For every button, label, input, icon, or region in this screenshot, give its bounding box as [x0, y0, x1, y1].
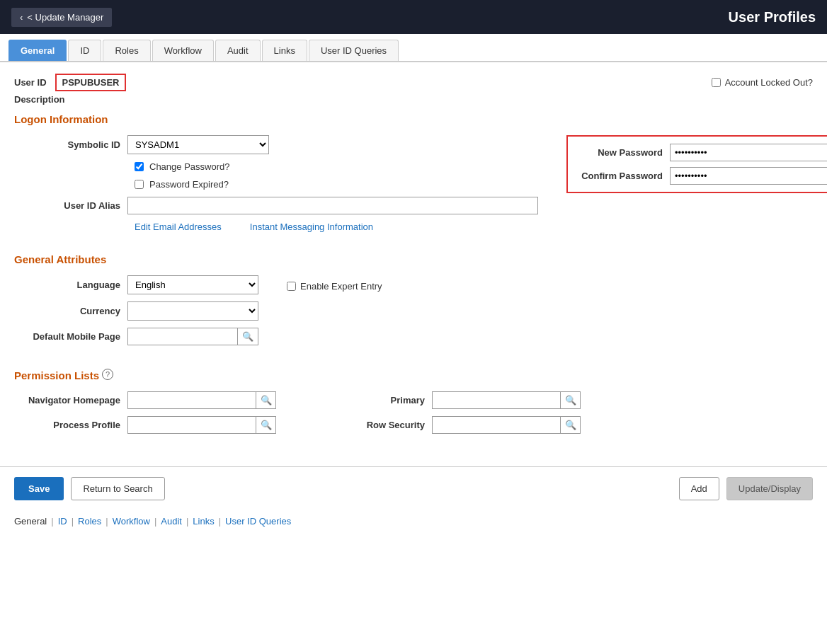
enable-expert-label: Enable Expert Entry [300, 281, 382, 292]
user-id-row: User ID PSPUBUSER Account Locked Out? [14, 74, 813, 91]
save-button[interactable]: Save [14, 477, 64, 500]
change-password-checkbox[interactable] [135, 162, 144, 171]
general-attributes-inner: Language English French Spanish German C… [14, 275, 813, 352]
account-locked-label: Account Locked Out? [725, 77, 813, 88]
tab-general[interactable]: General [8, 40, 67, 61]
process-profile-input[interactable] [128, 417, 256, 433]
user-id-value: PSPUBUSER [55, 74, 127, 91]
currency-label: Currency [14, 306, 127, 316]
navigator-homepage-input[interactable] [128, 392, 256, 408]
change-password-row: Change Password? [14, 161, 538, 172]
return-to-search-button[interactable]: Return to Search [71, 477, 164, 500]
primary-input[interactable] [433, 392, 560, 408]
row-security-search-btn[interactable]: 🔍 [560, 417, 581, 433]
logon-right-col: New Password Confirm Password [566, 135, 827, 239]
account-locked-row: Account Locked Out? [712, 77, 813, 88]
currency-select[interactable] [127, 301, 258, 321]
sep-3: | [105, 516, 108, 527]
row-security-input-wrap: 🔍 [432, 416, 581, 434]
symbolic-id-row: Symbolic ID SYSADM1 [14, 135, 538, 154]
logon-left-col: Symbolic ID SYSADM1 Change Password? Pas… [14, 135, 538, 239]
general-attributes-left: Language English French Spanish German C… [14, 275, 258, 352]
user-id-left: User ID PSPUBUSER [14, 74, 126, 91]
tab-roles[interactable]: Roles [103, 40, 150, 61]
bottom-nav-roles[interactable]: Roles [78, 516, 101, 527]
permission-heading-row: Permission Lists ? [14, 367, 813, 381]
row-security-input[interactable] [433, 417, 560, 433]
general-attributes-section: General Attributes Language English Fren… [14, 253, 813, 352]
footer-left-buttons: Save Return to Search [14, 477, 165, 500]
bottom-nav-workflow[interactable]: Workflow [113, 516, 150, 527]
language-select[interactable]: English French Spanish German [127, 275, 258, 294]
password-box: New Password Confirm Password [566, 135, 827, 193]
primary-search-btn[interactable]: 🔍 [560, 392, 581, 408]
default-mobile-input[interactable] [128, 328, 237, 345]
navigator-homepage-search-btn[interactable]: 🔍 [256, 392, 276, 408]
primary-row: Primary 🔍 [319, 391, 581, 409]
footer-buttons: Save Return to Search Add Update/Display [0, 466, 827, 510]
bottom-nav-links[interactable]: Links [193, 516, 214, 527]
tab-workflow[interactable]: Workflow [152, 40, 214, 61]
password-expired-label: Password Expired? [149, 179, 229, 190]
account-locked-checkbox[interactable] [712, 78, 721, 87]
tab-links[interactable]: Links [262, 40, 307, 61]
back-button[interactable]: ‹ < Update Manager [11, 8, 112, 27]
page-title: User Profiles [729, 9, 816, 25]
language-row: Language English French Spanish German [14, 275, 258, 294]
perm-left-col: Navigator Homepage 🔍 Process Profile 🔍 [14, 391, 276, 434]
row-security-label: Row Security [319, 420, 432, 430]
new-password-label: New Password [578, 147, 670, 158]
bottom-nav-audit[interactable]: Audit [161, 516, 182, 527]
default-mobile-search-btn[interactable]: 🔍 [237, 328, 258, 345]
process-profile-row: Process Profile 🔍 [14, 416, 276, 434]
main-content: User ID PSPUBUSER Account Locked Out? De… [0, 62, 827, 459]
user-id-label: User ID [14, 77, 47, 88]
confirm-password-label: Confirm Password [578, 171, 670, 181]
symbolic-id-label: Symbolic ID [14, 139, 127, 150]
footer-right-buttons: Add Update/Display [679, 477, 813, 500]
enable-expert-checkbox[interactable] [287, 282, 296, 291]
user-id-alias-label: User ID Alias [14, 200, 127, 211]
bottom-nav-id[interactable]: ID [58, 516, 67, 527]
sep-2: | [72, 516, 74, 527]
symbolic-id-select[interactable]: SYSADM1 [127, 135, 269, 154]
language-label: Language [14, 280, 127, 290]
logon-info-section: Logon Information Symbolic ID SYSADM1 Ch… [14, 113, 813, 239]
navigator-homepage-label: Navigator Homepage [14, 395, 127, 406]
currency-row: Currency [14, 301, 258, 321]
tab-id[interactable]: ID [68, 40, 101, 61]
permission-lists-grid: Navigator Homepage 🔍 Process Profile 🔍 [14, 391, 813, 434]
confirm-password-input[interactable] [670, 167, 827, 185]
bottom-nav-user-id-queries[interactable]: User ID Queries [225, 516, 291, 527]
links-row: Edit Email Addresses Instant Messaging I… [14, 222, 538, 232]
permission-lists-section: Permission Lists ? Navigator Homepage 🔍 … [14, 367, 813, 434]
process-profile-label: Process Profile [14, 420, 127, 430]
add-button[interactable]: Add [679, 477, 719, 500]
bottom-nav: General | ID | Roles | Workflow | Audit … [0, 510, 827, 532]
help-icon[interactable]: ? [102, 369, 113, 380]
user-id-alias-row: User ID Alias [14, 197, 538, 214]
sep-4: | [154, 516, 156, 527]
edit-email-link[interactable]: Edit Email Addresses [135, 222, 222, 232]
tab-audit[interactable]: Audit [215, 40, 261, 61]
process-profile-search-btn[interactable]: 🔍 [256, 417, 276, 433]
row-security-row: Row Security 🔍 [319, 416, 581, 434]
user-id-alias-input[interactable] [127, 197, 538, 214]
new-password-input[interactable] [670, 144, 827, 161]
back-arrow-icon: ‹ [20, 12, 23, 23]
tab-user-id-queries[interactable]: User ID Queries [309, 40, 399, 61]
logon-info-heading: Logon Information [14, 113, 813, 125]
instant-messaging-link[interactable]: Instant Messaging Information [250, 222, 373, 232]
confirm-password-row: Confirm Password [578, 167, 827, 185]
change-password-label: Change Password? [149, 161, 229, 172]
password-expired-row: Password Expired? [14, 179, 538, 190]
bottom-nav-general: General [14, 516, 47, 527]
primary-input-wrap: 🔍 [432, 391, 581, 409]
perm-right-col: Primary 🔍 Row Security 🔍 [319, 391, 581, 434]
back-button-label: < Update Manager [27, 12, 103, 23]
password-expired-checkbox[interactable] [135, 180, 144, 189]
description-label: Description [14, 94, 813, 105]
navigator-homepage-row: Navigator Homepage 🔍 [14, 391, 276, 409]
update-display-button: Update/Display [726, 477, 813, 500]
default-mobile-row: Default Mobile Page 🔍 [14, 328, 258, 345]
